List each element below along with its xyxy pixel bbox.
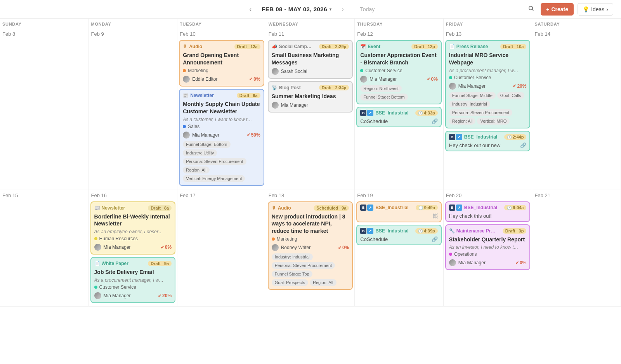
card-type: Audio	[278, 205, 291, 211]
day-feb-8[interactable]: Feb 8	[0, 28, 89, 189]
social-handle: BSE_Industrial	[464, 205, 497, 210]
social-text: Hey check out our new	[449, 142, 500, 148]
newsletter-icon: 📰	[94, 205, 100, 211]
check-icon: ✔	[338, 245, 342, 250]
assignee: Rodney Writer	[272, 244, 310, 251]
day-feb-16[interactable]: Feb 16 📰Newsletter Draft 8a Borderline B…	[89, 189, 178, 307]
check-icon: ✔	[249, 76, 253, 81]
social-text: CoSchedule	[360, 236, 388, 242]
card-title: Borderline Bi-Weekly Internal Newsletter	[94, 213, 172, 228]
day-feb-9[interactable]: Feb 9	[89, 28, 178, 189]
header-right: + Create 💡 Ideas ›	[526, 3, 613, 16]
create-button[interactable]: + Create	[541, 3, 574, 16]
status-pill: Draft 12p	[411, 44, 438, 49]
social-card-bse-5[interactable]: B↗BSE_Industrial 9:04a Hey check this ou…	[445, 201, 531, 222]
svg-line-1	[532, 9, 533, 10]
day-feb-11[interactable]: Feb 11 📣Social Camp… Draft 2:29p Small B…	[266, 28, 355, 189]
card-title: Stakeholder Quarterly Report	[449, 236, 527, 243]
card-title: Summer Marketing Ideas	[272, 93, 349, 100]
tag: Vertical: MRO	[477, 118, 510, 125]
link-icon: 🔗	[432, 236, 438, 242]
time-pill: 2:44p	[504, 134, 527, 140]
header-center: ‹ FEB 08 - MAY 02, 2026 ▾ › Today	[246, 4, 375, 14]
microphone-icon: 🎙	[183, 44, 187, 49]
status-pill: Draft 8a	[148, 205, 172, 211]
progress: ✔20%	[158, 293, 172, 298]
newsletter-icon: 📰	[183, 93, 189, 98]
social-card-bse-2[interactable]: B↗BSE_Industrial 2:44p Hey check out our…	[445, 131, 531, 151]
date-range-label: FEB 08 - MAY 02, 2026	[262, 6, 327, 12]
card-event-bismarck[interactable]: 📅Event Draft 12p Customer Appreciation E…	[356, 40, 442, 104]
status-pill: Scheduled 9a	[314, 205, 349, 211]
day-number: Feb 19	[356, 191, 442, 201]
card-whitepaper-jobsite[interactable]: 📄White Paper Draft 9a Job Site Delivery …	[90, 257, 176, 303]
card-type: Event	[368, 44, 380, 49]
ideas-button[interactable]: 💡 Ideas ›	[578, 3, 613, 16]
card-maintenance-stakeholder[interactable]: 🔧Maintenance Pr… Draft 3p Stakeholder Qu…	[445, 224, 531, 270]
tag: Vertical: Energy Management	[183, 175, 245, 182]
assignee: Mia Manager	[183, 132, 219, 139]
time-pill: 4:39p	[415, 228, 438, 234]
next-arrow[interactable]: ›	[339, 4, 347, 14]
day-feb-10[interactable]: Feb 10 🎙Audio Draft 12a Grand Opening Ev…	[177, 28, 266, 189]
assignee: Mia Manager	[94, 244, 131, 251]
day-number: Feb 16	[90, 191, 176, 201]
card-type: Newsletter	[190, 93, 214, 98]
weekday-sun: SUNDAY	[0, 19, 89, 28]
day-feb-21[interactable]: Feb 21	[532, 189, 621, 307]
document-icon: 📄	[94, 261, 100, 266]
progress: ✔50%	[247, 132, 260, 138]
week-1: Feb 8 Feb 9 Feb 10 🎙Audio Draft 12a Gran…	[0, 28, 621, 189]
day-feb-17[interactable]: Feb 17	[177, 189, 266, 307]
day-feb-14[interactable]: Feb 14	[532, 28, 621, 189]
day-feb-13[interactable]: Feb 13 📄Press Release Draft 10a Industri…	[444, 28, 533, 189]
date-range-picker[interactable]: FEB 08 - MAY 02, 2026 ▾	[262, 6, 331, 12]
weekday-wed: WEDNESDAY	[266, 19, 355, 28]
day-number: Feb 14	[534, 29, 619, 40]
card-blog-summer[interactable]: 📡Blog Post Draft 2:34p Summer Marketing …	[268, 81, 353, 113]
social-card-bse-3[interactable]: B↗BSE_Industrial 9:49a 🖼	[356, 201, 442, 222]
card-type: Newsletter	[102, 205, 125, 211]
day-feb-15[interactable]: Feb 15	[0, 189, 89, 307]
progress: ✔0%	[515, 260, 526, 265]
status-pill: Draft 10a	[500, 44, 526, 49]
weekday-thu: THURSDAY	[355, 19, 444, 28]
card-type: White Paper	[102, 261, 128, 266]
prev-arrow[interactable]: ‹	[246, 4, 255, 14]
progress: ✔20%	[513, 83, 526, 89]
tags: Region: Northwest Funnel Stage: Bottom	[360, 85, 438, 101]
card-audio-grand-opening[interactable]: 🎙Audio Draft 12a Grand Opening Event Ann…	[179, 40, 264, 87]
card-social-small-biz[interactable]: 📣Social Camp… Draft 2:29p Small Business…	[268, 40, 353, 79]
social-badges: B↗	[360, 205, 373, 211]
tag: Funnel Stage: Top	[272, 270, 312, 277]
day-feb-12[interactable]: Feb 12 📅Event Draft 12p Customer Appreci…	[355, 28, 444, 189]
status-pill: Draft 2:34p	[319, 85, 349, 90]
card-desc: As a procurement manager, I w…	[94, 277, 172, 283]
time-pill: 4:33p	[415, 110, 438, 116]
social-card-bse-4[interactable]: B↗BSE_Industrial 4:39p CoSchedule🔗	[356, 225, 442, 245]
day-feb-19[interactable]: Feb 19 B↗BSE_Industrial 9:49a 🖼 B↗BSE_In…	[355, 189, 444, 307]
social-card-bse-1[interactable]: B↗BSE_Industrial 4:33p CoSchedule🔗	[356, 107, 442, 127]
assignee: Mia Manager	[449, 83, 486, 90]
card-category: Customer Service	[94, 284, 172, 290]
avatar-icon	[360, 76, 367, 83]
create-label: Create	[551, 6, 568, 12]
search-icon[interactable]	[526, 3, 537, 16]
tags: Funnel Stage: Bottom Industry: Utility P…	[183, 141, 260, 182]
social-handle: BSE_Industrial	[464, 134, 497, 140]
day-feb-20[interactable]: Feb 20 B↗BSE_Industrial 9:04a Hey check …	[444, 189, 533, 307]
check-icon: ✔	[427, 76, 430, 81]
weekday-sat: SATURDAY	[532, 19, 621, 28]
card-newsletter-borderline[interactable]: 📰Newsletter Draft 8a Borderline Bi-Weekl…	[90, 201, 176, 255]
card-audio-npi[interactable]: 🎙Audio Scheduled 9a New product introduc…	[268, 201, 353, 290]
card-newsletter-supply-chain[interactable]: 📰Newsletter Draft 9a Monthly Supply Chai…	[179, 89, 264, 186]
day-feb-18[interactable]: Feb 18 🎙Audio Scheduled 9a New product i…	[266, 189, 355, 307]
check-icon: ✔	[515, 260, 519, 265]
rss-icon: 📡	[272, 85, 278, 90]
status-pill: Draft 12a	[234, 44, 260, 49]
link-icon: 🔗	[520, 142, 526, 148]
card-press-mro[interactable]: 📄Press Release Draft 10a Industrial MRO …	[445, 40, 531, 128]
avatar-icon	[449, 259, 456, 266]
tags: Funnel Stage: Middle Goal: Calls Industr…	[449, 92, 527, 125]
today-link[interactable]: Today	[360, 6, 375, 12]
